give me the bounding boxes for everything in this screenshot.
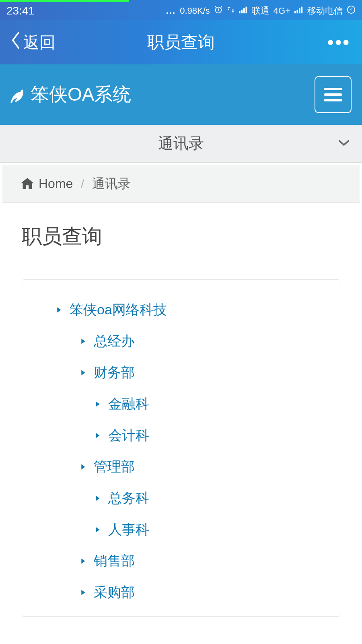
- status-dots: ...: [166, 6, 176, 16]
- tree-node-finance[interactable]: 财务部: [37, 357, 325, 388]
- alarm-icon: [214, 5, 223, 17]
- back-label: 返回: [23, 31, 56, 54]
- menu-button[interactable]: [315, 76, 352, 113]
- tree-node-management-sub2[interactable]: 人事科: [37, 514, 325, 545]
- tree-node-label: 财务部: [94, 363, 135, 382]
- chevron-right-icon: [78, 462, 87, 471]
- chevron-right-icon: [93, 400, 102, 409]
- battery-charge-icon: [347, 5, 356, 17]
- leaf-icon: [7, 85, 27, 105]
- chevron-right-icon: [93, 525, 102, 534]
- tree-node-label: 总经办: [94, 332, 135, 351]
- svg-rect-5: [294, 11, 296, 13]
- breadcrumb-separator: /: [81, 178, 84, 190]
- tree-node-label: 采购部: [94, 583, 135, 602]
- more-button[interactable]: •••: [327, 32, 351, 52]
- tree-node-purchasing[interactable]: 采购部: [37, 577, 325, 608]
- brand-bar: 笨侠OA系统: [0, 64, 362, 125]
- status-carrier2: 移动电信: [307, 5, 343, 17]
- status-carrier1: 联通: [252, 5, 269, 17]
- breadcrumb-home-label: Home: [39, 176, 73, 191]
- tree-node-finance-sub1[interactable]: 金融科: [37, 388, 325, 420]
- svg-rect-8: [301, 7, 303, 13]
- brand[interactable]: 笨侠OA系统: [7, 82, 131, 107]
- svg-rect-1: [239, 11, 241, 13]
- tree-node-label: 管理部: [94, 458, 135, 476]
- status-bar: 23:41 ... 0.98K/s 联通 4G+ 移动电信: [0, 0, 362, 20]
- tree-node-general-office[interactable]: 总经办: [37, 326, 325, 357]
- chevron-right-icon: [78, 337, 87, 346]
- status-net1: 4G+: [274, 6, 290, 16]
- breadcrumb: Home / 通讯录: [2, 165, 360, 203]
- tree-node-label: 人事科: [108, 520, 149, 539]
- chevron-right-icon: [78, 368, 87, 377]
- svg-rect-4: [245, 7, 247, 13]
- svg-rect-6: [297, 10, 298, 13]
- breadcrumb-current: 通讯录: [92, 175, 131, 193]
- content: 职员查询 笨侠oa网络科技 总经办 财务部 金融科 会计科 管理部: [0, 205, 362, 617]
- tree-node-management-sub1[interactable]: 总务科: [37, 483, 325, 514]
- app-header: 返回 职员查询 •••: [0, 20, 362, 64]
- status-speed: 0.98K/s: [180, 6, 210, 16]
- tree-node-management[interactable]: 管理部: [37, 451, 325, 483]
- signal-icon: [239, 6, 248, 16]
- svg-rect-7: [299, 8, 300, 13]
- tree-node-label: 金融科: [108, 395, 149, 413]
- breadcrumb-home[interactable]: Home: [19, 176, 73, 191]
- tree-node-label: 总务科: [108, 489, 149, 508]
- back-button[interactable]: 返回: [10, 31, 56, 54]
- svg-rect-3: [243, 8, 245, 13]
- tree-node-label: 销售部: [94, 552, 135, 570]
- status-time: 23:41: [6, 4, 35, 17]
- chevron-left-icon: [10, 31, 22, 54]
- page-title: 职员查询: [22, 223, 340, 250]
- section-dropdown[interactable]: 通讯录: [0, 125, 362, 163]
- tree-node-label: 笨侠oa网络科技: [70, 301, 167, 319]
- loading-indicator: [0, 0, 129, 2]
- signal-icon-2: [294, 6, 303, 16]
- org-tree: 笨侠oa网络科技 总经办 财务部 金融科 会计科 管理部 总务科: [22, 279, 340, 617]
- chevron-right-icon: [78, 588, 87, 597]
- tree-node-finance-sub2[interactable]: 会计科: [37, 420, 325, 451]
- svg-rect-2: [241, 10, 243, 13]
- hamburger-icon: [324, 88, 342, 101]
- tree-node-label: 会计科: [108, 426, 149, 445]
- chevron-right-icon: [54, 305, 63, 314]
- chevron-down-icon: [338, 139, 350, 149]
- tree-node-company[interactable]: 笨侠oa网络科技: [37, 294, 325, 326]
- chevron-right-icon: [93, 431, 102, 440]
- data-transfer-icon: [227, 5, 235, 17]
- brand-name: 笨侠OA系统: [31, 82, 131, 107]
- divider: [22, 267, 340, 267]
- tree-node-sales[interactable]: 销售部: [37, 545, 325, 577]
- home-icon: [19, 177, 35, 191]
- header-title: 职员查询: [147, 31, 215, 54]
- chevron-right-icon: [93, 494, 102, 503]
- status-right: ... 0.98K/s 联通 4G+ 移动电信: [166, 5, 356, 17]
- section-dropdown-label: 通讯录: [158, 133, 204, 154]
- chevron-right-icon: [78, 557, 87, 566]
